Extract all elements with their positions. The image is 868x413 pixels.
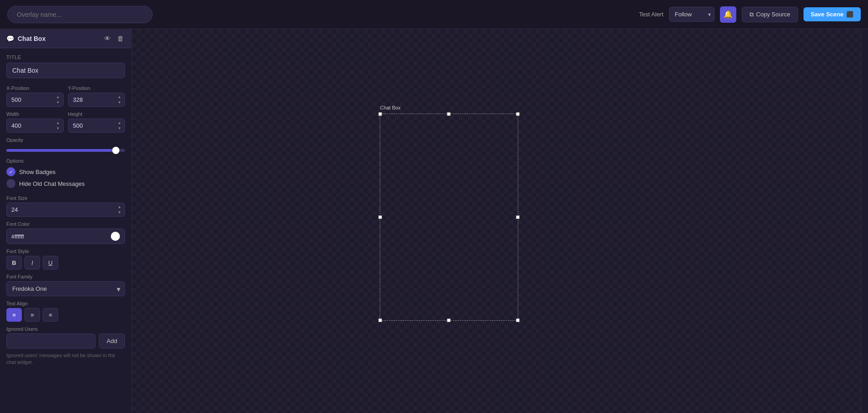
sidebar: 💬 Chat Box 👁 🗑 Title X-Position ▲ ▼ [0,29,132,413]
hide-old-chat-toggle[interactable] [6,179,15,188]
height-up[interactable]: ▲ [117,120,122,126]
opacity-section: Opacity [0,133,131,154]
copy-source-button[interactable]: ⧉ Copy Source [742,7,798,22]
resize-handle-tr[interactable] [516,112,520,116]
y-position-up[interactable]: ▲ [117,95,122,100]
width-input[interactable] [7,119,53,132]
font-size-up[interactable]: ▲ [117,204,122,210]
resize-handle-bl[interactable] [378,318,382,322]
position-row: X-Position ▲ ▼ Y-Position ▲ ▼ [0,81,131,107]
resize-handle-mr[interactable] [516,215,520,219]
font-size-input-wrapper: ▲ ▼ [6,203,125,217]
y-position-down[interactable]: ▼ [117,100,122,105]
height-arrows: ▲ ▼ [114,119,124,132]
main-layout: 💬 Chat Box 👁 🗑 Title X-Position ▲ ▼ [0,29,868,413]
font-style-buttons: B I U [6,256,125,269]
bold-button[interactable]: B [6,256,22,269]
height-down[interactable]: ▼ [117,126,122,131]
width-group: Width ▲ ▼ [6,111,64,133]
align-center-button[interactable]: ≡ [25,308,40,322]
width-down[interactable]: ▼ [56,126,60,131]
align-left-button[interactable]: ≡ [6,308,22,322]
font-family-select[interactable]: Fredoka One Arial Roboto Open Sans Monts… [6,281,125,296]
font-size-arrows: ▲ ▼ [114,204,124,216]
width-up[interactable]: ▲ [56,120,60,126]
resize-handle-tl[interactable] [378,112,382,116]
x-position-input[interactable] [7,93,53,106]
canvas-area: Chat Box [132,29,861,413]
show-badges-toggle[interactable]: ✓ [6,167,15,176]
height-group: Height ▲ ▼ [68,111,125,133]
x-position-group: X-Position ▲ ▼ [6,85,64,107]
copy-source-label: Copy Source [756,11,790,18]
size-row: Width ▲ ▼ Height ▲ ▼ [0,107,131,133]
y-position-label: Y-Position [68,85,125,91]
x-position-input-wrapper: ▲ ▼ [6,93,64,107]
options-section: Options ✓ Show Badges Hide Old Chat Mess… [0,154,131,188]
ignored-user-input[interactable] [6,333,95,348]
font-family-select-wrapper: Fredoka One Arial Roboto Open Sans Monts… [6,281,125,296]
resize-handle-br[interactable] [516,318,520,322]
font-size-input[interactable] [7,203,114,216]
sidebar-header-icons: 👁 🗑 [103,34,125,43]
sidebar-header-title: 💬 Chat Box [6,35,45,42]
font-size-label: Font Size [6,195,125,201]
resize-handle-bc[interactable] [447,318,451,322]
add-ignored-user-button[interactable]: Add [99,333,125,348]
chat-box-element[interactable]: Chat Box [380,114,518,321]
resize-handle-ml[interactable] [378,215,382,219]
trash-icon-button[interactable]: 🗑 [116,34,125,43]
width-arrows: ▲ ▼ [53,119,63,132]
font-family-section: Font Family Fredoka One Arial Roboto Ope… [0,269,131,296]
title-section: Title [0,48,131,81]
underline-button[interactable]: U [43,256,58,269]
font-color-input-wrapper[interactable]: #ffffff [6,229,125,244]
save-scene-label: Save Scene [811,11,843,18]
test-alert-label: Test Alert [639,11,663,18]
overlay-name-input[interactable] [7,6,153,23]
text-align-section: Text Align ≡ ≡ ≡ [0,296,131,322]
width-label: Width [6,111,64,117]
ignored-users-section: Ignored Users Add Ignored users' message… [0,322,131,366]
ignored-users-label: Ignored Users [6,326,125,332]
resize-handle-tc[interactable] [447,112,451,116]
eye-icon-button[interactable]: 👁 [103,34,112,43]
x-position-label: X-Position [6,85,64,91]
y-position-input[interactable] [69,93,115,106]
ignored-info-text: Ignored users' messages will not be show… [6,352,125,366]
opacity-slider[interactable] [6,149,125,152]
font-family-label: Font Family [6,274,125,279]
x-position-up[interactable]: ▲ [56,95,60,100]
options-label: Options [6,158,125,164]
canvas-element-label: Chat Box [380,105,401,110]
hide-old-chat-option: Hide Old Chat Messages [6,179,125,188]
x-position-down[interactable]: ▼ [56,100,60,105]
topbar: Test Alert Follow Subscribe Cheer Raid D… [0,0,868,29]
font-size-section: Font Size ▲ ▼ [0,191,131,217]
follow-select-wrapper: Follow Subscribe Cheer Raid Donation [669,7,714,22]
title-input[interactable] [6,63,125,78]
save-icon: ⬛ [846,11,853,18]
copy-icon: ⧉ [749,11,754,18]
width-input-wrapper: ▲ ▼ [6,119,64,133]
ignored-input-row: Add [6,333,125,348]
follow-select[interactable]: Follow Subscribe Cheer Raid Donation [669,7,714,22]
sidebar-title-text: Chat Box [18,35,45,42]
x-position-arrows: ▲ ▼ [53,94,63,106]
height-input-wrapper: ▲ ▼ [68,119,125,133]
save-scene-button[interactable]: Save Scene ⬛ [804,7,861,21]
height-input[interactable] [69,119,115,132]
align-right-button[interactable]: ≡ [43,308,58,322]
notify-button[interactable]: 🔔 [720,6,736,23]
font-color-section: Font Color #ffffff [0,217,131,244]
sidebar-header: 💬 Chat Box 👁 🗑 [0,29,131,48]
italic-button[interactable]: I [25,256,40,269]
text-align-label: Text Align [6,301,125,306]
hide-old-chat-label: Hide Old Chat Messages [19,180,85,187]
font-color-label: Font Color [6,221,125,227]
font-style-label: Font Style [6,249,125,254]
font-size-down[interactable]: ▼ [117,210,122,215]
chat-icon: 💬 [6,35,14,42]
right-strip [861,29,868,413]
font-style-section: Font Style B I U [0,244,131,269]
